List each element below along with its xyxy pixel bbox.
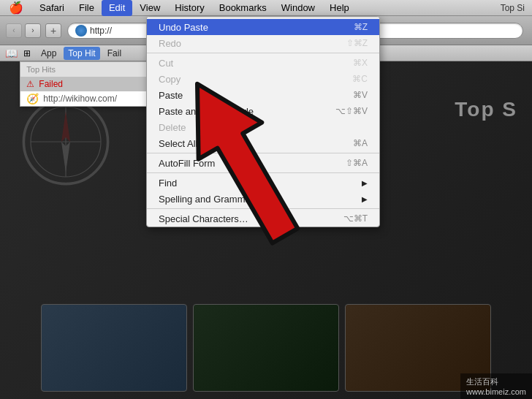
menubar-help[interactable]: Help xyxy=(322,0,357,16)
menu-separator-2 xyxy=(147,153,379,153)
menu-label-undo-paste: Undo Paste xyxy=(159,22,208,33)
menu-item-paste[interactable]: Paste ⌘V xyxy=(147,87,379,103)
menu-shortcut-copy: ⌘C xyxy=(352,74,368,84)
menu-separator-4 xyxy=(147,208,379,209)
menu-item-redo: Redo ⇧⌘Z xyxy=(147,35,379,51)
menubar-bookmarks[interactable]: Bookmarks xyxy=(212,0,274,16)
watermark: 生活百科 www.bimeiz.com xyxy=(460,373,532,399)
menu-shortcut-special-chars: ⌥⌘T xyxy=(343,213,368,224)
find-submenu-arrow: ▶ xyxy=(362,179,368,187)
menu-item-spelling[interactable]: Spelling and Grammar ▶ xyxy=(147,191,379,207)
menubar-safari[interactable]: Safari xyxy=(32,0,72,16)
apple-menu[interactable]: 🍎 xyxy=(0,0,32,16)
menubar-view[interactable]: View xyxy=(132,0,167,16)
bookmark-fail[interactable]: Fail xyxy=(103,47,126,60)
menu-shortcut-undo-paste: ⌘Z xyxy=(354,22,368,32)
thumbnails-area xyxy=(0,304,532,392)
menubar-edit[interactable]: Edit xyxy=(102,0,132,16)
menu-item-cut: Cut ⌘X xyxy=(147,55,379,71)
menu-label-redo: Redo xyxy=(159,38,181,49)
book-icon: 📖 xyxy=(5,48,18,59)
menu-label-paste: Paste xyxy=(159,90,183,101)
reading-list-button[interactable]: 📖 xyxy=(4,47,18,60)
menu-shortcut-autofill: ⇧⌘A xyxy=(346,158,368,168)
new-tab-button[interactable]: + xyxy=(45,23,61,38)
menu-label-paste-style: Paste and Match Style xyxy=(159,106,254,117)
spelling-submenu-arrow: ▶ xyxy=(362,195,368,203)
menu-item-find[interactable]: Find ▶ xyxy=(147,175,379,191)
watermark-line1: 生活百科 xyxy=(466,376,526,387)
menu-shortcut-paste: ⌘V xyxy=(353,90,368,100)
back-button[interactable]: ‹ xyxy=(6,23,22,38)
menu-item-special-chars[interactable]: Special Characters… ⌥⌘T xyxy=(147,210,379,227)
bookmark-top-hit[interactable]: Top Hit xyxy=(64,47,99,60)
menubar-window[interactable]: Window xyxy=(274,0,322,16)
menu-label-select-all: Select All xyxy=(159,138,197,149)
thumbnail-2[interactable] xyxy=(193,304,339,392)
menu-item-paste-style[interactable]: Paste and Match Style ⌥⇧⌘V xyxy=(147,103,379,119)
svg-marker-5 xyxy=(61,142,70,172)
menubar-top-sites: Top Si xyxy=(493,0,532,16)
menubar-history[interactable]: History xyxy=(167,0,211,16)
menu-label-copy: Copy xyxy=(159,74,180,85)
url-text: http:// xyxy=(90,26,112,36)
menubar: 🍎 Safari File Edit View History Bookmark… xyxy=(0,0,532,16)
grid-icon: ⊞ xyxy=(23,48,31,58)
menu-separator-1 xyxy=(147,53,379,53)
menu-separator-3 xyxy=(147,172,379,173)
menu-shortcut-select-all: ⌘A xyxy=(353,138,368,148)
thumbnail-1[interactable] xyxy=(41,304,187,392)
menu-label-special-chars: Special Characters… xyxy=(159,213,248,224)
menu-label-delete: Delete xyxy=(159,122,186,133)
menu-item-autofill[interactable]: AutoFill Form ⇧⌘A xyxy=(147,155,379,171)
menubar-file[interactable]: File xyxy=(72,0,102,16)
menu-label-autofill: AutoFill Form xyxy=(159,158,215,169)
bookmark-app[interactable]: App xyxy=(37,47,61,60)
menu-shortcut-redo: ⇧⌘Z xyxy=(346,38,368,48)
compass-watermark-icon xyxy=(22,98,110,186)
menu-label-spelling: Spelling and Grammar xyxy=(159,194,254,205)
url-suggestion-text: http://wikihow.com/ xyxy=(43,94,117,104)
menu-shortcut-paste-style: ⌥⇧⌘V xyxy=(335,106,368,116)
url-globe-icon xyxy=(75,25,87,37)
menu-item-delete: Delete xyxy=(147,119,379,135)
menu-item-copy: Copy ⌘C xyxy=(147,71,379,87)
watermark-line2: www.bimeiz.com xyxy=(466,387,526,396)
compass-icon: 🧭 xyxy=(26,93,39,104)
menu-item-undo-paste[interactable]: Undo Paste ⌘Z xyxy=(147,19,379,35)
forward-button[interactable]: › xyxy=(25,23,41,38)
menu-label-find: Find xyxy=(159,178,177,189)
edit-menu: Undo Paste ⌘Z Redo ⇧⌘Z Cut ⌘X Copy ⌘C Pa… xyxy=(146,16,380,227)
menu-shortcut-cut: ⌘X xyxy=(353,58,368,68)
top-sites-button[interactable]: ⊞ xyxy=(20,47,34,60)
menu-item-select-all[interactable]: Select All ⌘A xyxy=(147,135,379,151)
svg-marker-4 xyxy=(61,111,70,142)
menu-label-cut: Cut xyxy=(159,58,173,69)
top-sites-heading: Top S xyxy=(455,98,517,121)
